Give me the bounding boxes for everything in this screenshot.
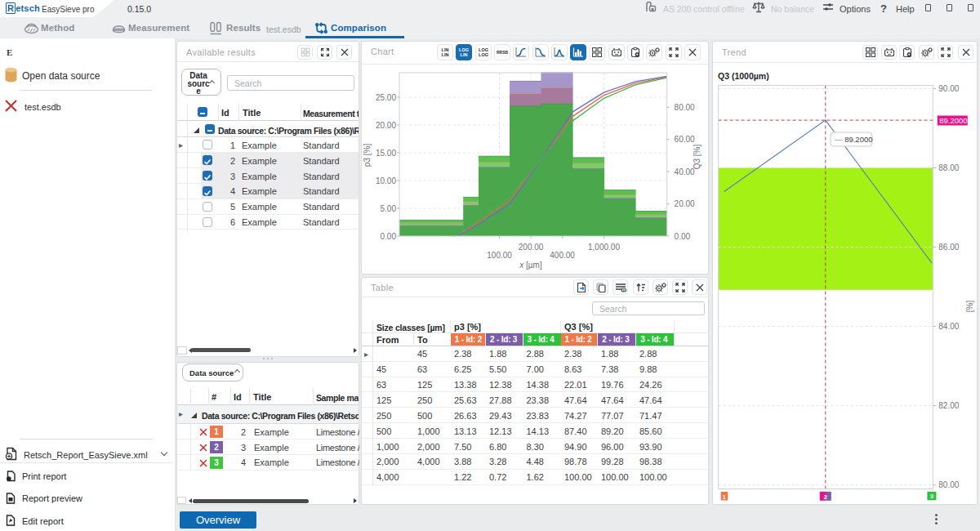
svg-text:[%]: [%] bbox=[965, 301, 974, 313]
svg-text:82.00: 82.00 bbox=[938, 401, 959, 410]
svg-text:88.00: 88.00 bbox=[938, 163, 959, 172]
svg-text:0.00: 0.00 bbox=[675, 232, 691, 241]
svg-text:20.00: 20.00 bbox=[376, 121, 396, 130]
svg-text:x [µm]: x [µm] bbox=[519, 261, 542, 270]
svg-text:90.00: 90.00 bbox=[938, 84, 959, 93]
svg-text:100.00: 100.00 bbox=[487, 251, 512, 260]
svg-text:60.00: 60.00 bbox=[675, 135, 695, 144]
svg-text:200.00: 200.00 bbox=[519, 243, 544, 252]
svg-text:80.00: 80.00 bbox=[938, 480, 959, 489]
svg-text:89.2000: 89.2000 bbox=[939, 116, 967, 125]
svg-text:400.00: 400.00 bbox=[550, 251, 575, 260]
svg-text:3: 3 bbox=[930, 493, 934, 500]
svg-text:5.00: 5.00 bbox=[381, 204, 397, 213]
svg-text:— 89.2000: — 89.2000 bbox=[835, 135, 872, 144]
svg-text:1: 1 bbox=[722, 493, 726, 501]
svg-text:15.00: 15.00 bbox=[376, 149, 396, 158]
svg-text:20.00: 20.00 bbox=[675, 199, 695, 208]
svg-text:2: 2 bbox=[824, 493, 828, 501]
svg-text:84.00: 84.00 bbox=[938, 322, 959, 331]
svg-text:p3 [%]: p3 [%] bbox=[363, 144, 372, 167]
svg-text:Q3 [%]: Q3 [%] bbox=[693, 145, 702, 170]
svg-text:0.00: 0.00 bbox=[381, 232, 397, 241]
svg-text:1,000.00: 1,000.00 bbox=[588, 243, 620, 252]
svg-text:86.00: 86.00 bbox=[938, 243, 959, 252]
svg-text:25.00: 25.00 bbox=[376, 93, 396, 102]
svg-text:80.00: 80.00 bbox=[675, 103, 695, 112]
svg-text:10.00: 10.00 bbox=[376, 176, 396, 185]
